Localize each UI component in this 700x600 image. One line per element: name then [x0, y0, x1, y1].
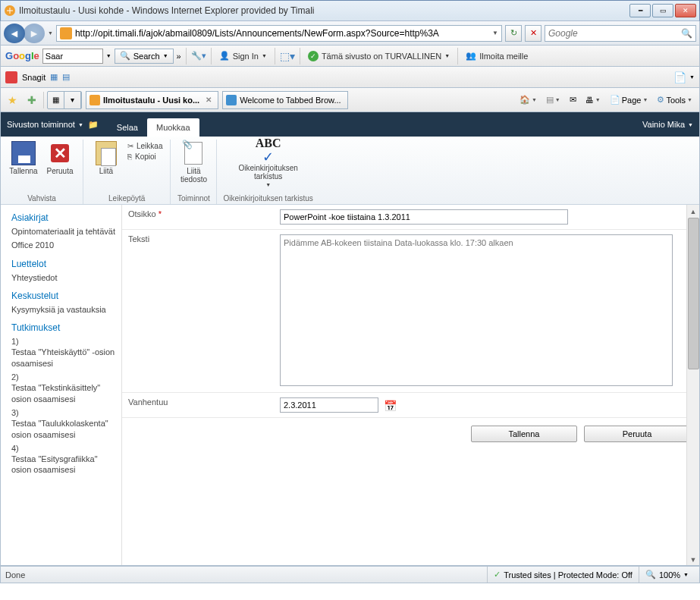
print-icon: 🖶: [585, 96, 594, 105]
ribbon-group-label: Oikeinkirjoituksen tarkistus: [223, 194, 312, 203]
command-bar: ★ ✚ ▦▾ Ilmoitustaulu - Uusi ko... ✕ Welc…: [0, 88, 700, 112]
search-icon[interactable]: 🔍: [681, 28, 692, 39]
field-label-expires: Vanhentuu: [122, 393, 274, 418]
left-nav: Asiakirjat Opintomateriaalit ja tehtävät…: [1, 205, 122, 566]
scrollbar[interactable]: ▲ ▼: [686, 205, 699, 566]
navigate-up-icon[interactable]: 📁: [88, 120, 99, 130]
scroll-thumb[interactable]: [688, 218, 699, 369]
tab-favicon-icon: [226, 95, 237, 105]
ribbon-save-button[interactable]: Tallenna: [7, 141, 40, 175]
nav-forward-button[interactable]: ►: [24, 24, 45, 43]
ribbon-cancel-button[interactable]: ✕ Peruuta: [43, 141, 77, 175]
tab-switcher[interactable]: ▦▾: [47, 91, 82, 109]
snagit-view1-icon[interactable]: ▦: [50, 72, 58, 82]
tab-edit[interactable]: Muokkaa: [147, 118, 199, 137]
ribbon-group-label: Toiminnot: [177, 194, 210, 203]
cancel-icon: ✕: [51, 144, 69, 162]
nav-history-dropdown[interactable]: ▼: [48, 30, 53, 36]
home-button[interactable]: 🏠▼: [516, 92, 541, 108]
stop-button[interactable]: ✕: [525, 25, 541, 42]
google-more-icon[interactable]: »: [177, 52, 181, 61]
google-input-dropdown[interactable]: ▼: [106, 53, 111, 58]
google-logo: Google: [5, 50, 39, 61]
leftnav-link[interactable]: Kysymyksiä ja vastauksia: [11, 304, 115, 315]
leftnav-link[interactable]: 3) Testaa "Taulukkolaskenta" osion osaam…: [11, 407, 115, 440]
site-actions-menu[interactable]: Sivuston toiminnot ▼: [7, 120, 83, 129]
tab-welcome[interactable]: Welcome to Tabbed Brow...: [222, 91, 348, 109]
leftnav-link[interactable]: 1) Testaa "Yhteiskäyttö" -osion osaamise…: [11, 336, 115, 369]
copy-icon: ⎘: [127, 152, 132, 161]
leftnav-heading-disc[interactable]: Keskustelut: [11, 291, 115, 301]
field-label-body: Teksti: [122, 230, 274, 393]
snagit-label: Snagit: [22, 73, 46, 82]
snagit-pdf-icon[interactable]: 📄: [673, 71, 686, 83]
google-share-icon[interactable]: ⬚▾: [280, 50, 295, 62]
print-button[interactable]: 🖶▼: [582, 92, 604, 108]
google-signin-button[interactable]: 👤 Sign In ▼: [216, 51, 270, 61]
ribbon-group-commit: Tallenna ✕ Peruuta Vahvista: [1, 140, 83, 204]
refresh-button[interactable]: ↻: [505, 25, 522, 42]
window-favicon-icon: [4, 5, 16, 17]
ribbon-copy-button[interactable]: ⎘Kopioi: [126, 152, 164, 162]
ribbon-group-clipboard: Liitä ✂Leikkaa ⎘Kopioi Leikepöytä: [83, 140, 171, 204]
body-textarea[interactable]: [280, 234, 673, 386]
snagit-view2-icon[interactable]: ▤: [62, 72, 70, 82]
page-icon: 📄: [610, 95, 620, 105]
ribbon-spelling-button[interactable]: ABC ✓ Oikeinkirjoituksen tarkistus ▼: [234, 141, 303, 187]
tab-browse[interactable]: Selaa: [108, 118, 147, 137]
ribbon-paste-button[interactable]: Liitä: [89, 141, 123, 175]
ribbon-cut-button[interactable]: ✂Leikkaa: [126, 141, 164, 151]
scroll-up-icon[interactable]: ▲: [687, 205, 699, 218]
tools-menu[interactable]: ⚙Tools▼: [653, 92, 696, 108]
window-close-button[interactable]: ✕: [675, 4, 696, 17]
leftnav-heading-surveys[interactable]: Tutkimukset: [11, 322, 115, 333]
scroll-down-icon[interactable]: ▼: [687, 553, 699, 566]
feeds-button[interactable]: ▤▼: [542, 92, 564, 108]
google-report-button[interactable]: 👥 Ilmoita meille: [463, 51, 531, 61]
save-button[interactable]: Tallenna: [471, 426, 577, 442]
user-menu[interactable]: Vainio Mika ▼: [642, 120, 693, 129]
window-maximize-button[interactable]: ▭: [652, 4, 673, 17]
leftnav-heading-docs[interactable]: Asiakirjat: [11, 212, 115, 223]
google-safe-indicator[interactable]: ✓ Tämä sivusto on TURVALLINEN ▼: [305, 51, 453, 61]
gear-icon: ⚙: [657, 95, 664, 105]
zoom-control[interactable]: 🔍 100% ▼: [639, 567, 695, 583]
window-minimize-button[interactable]: ━: [629, 4, 651, 17]
google-search-button[interactable]: 🔍 Search ▼: [115, 49, 174, 64]
google-wrench-icon[interactable]: 🔧▾: [191, 51, 206, 61]
expires-input[interactable]: [280, 397, 378, 413]
sharepoint-page: Sivuston toiminnot ▼ 📁 Selaa Muokkaa Vai…: [0, 112, 700, 566]
leftnav-link[interactable]: Opintomateriaalit ja tehtävät: [11, 226, 115, 237]
add-favorite-icon[interactable]: ✚: [24, 92, 40, 108]
tab-close-icon[interactable]: ✕: [206, 96, 212, 104]
leftnav-heading-lists[interactable]: Luettelot: [11, 259, 115, 269]
url-dropdown[interactable]: ▼: [492, 30, 498, 36]
title-input[interactable]: [280, 209, 568, 225]
favorites-star-icon[interactable]: ★: [4, 92, 20, 108]
browser-search-box[interactable]: 🔍: [545, 25, 696, 42]
browser-search-input[interactable]: [548, 28, 678, 39]
page-menu[interactable]: 📄Page▼: [606, 92, 652, 108]
check-icon: ✓: [308, 51, 319, 61]
nav-back-button[interactable]: ◄: [4, 24, 25, 43]
tab-ilmoitustaulu[interactable]: Ilmoitustaulu - Uusi ko... ✕: [86, 91, 218, 109]
leftnav-link[interactable]: Office 2010: [11, 240, 115, 250]
ribbon-group-label: Leikepöytä: [108, 194, 145, 203]
leftnav-link[interactable]: Yhteystiedot: [11, 272, 115, 283]
form-area: Otsikko * Teksti Vanhentuu 📅 Tallenna: [122, 205, 699, 566]
ribbon-attach-button[interactable]: Liitä tiedosto: [177, 141, 210, 184]
status-text: Done: [5, 570, 487, 580]
ribbon: Tallenna ✕ Peruuta Vahvista Liitä ✂Leikk…: [1, 137, 699, 205]
signin-icon: 👤: [219, 51, 230, 61]
leftnav-link[interactable]: 2) Testaa "Tekstinkäsittely" osion osaam…: [11, 372, 115, 404]
calendar-icon[interactable]: 📅: [384, 400, 396, 412]
leftnav-link[interactable]: 4) Testaa "Esitysgrafiikka" osion osaami…: [11, 443, 115, 476]
mail-button[interactable]: ✉: [566, 92, 580, 108]
cut-icon: ✂: [127, 142, 133, 150]
google-search-input[interactable]: [42, 49, 103, 64]
address-bar[interactable]: http://opit.timali.fi/ajok/abmail0809/Li…: [56, 25, 502, 42]
cancel-button[interactable]: Peruuta: [584, 426, 690, 442]
paste-icon: [96, 141, 117, 165]
required-indicator: *: [159, 209, 162, 218]
status-security[interactable]: ✓ Trusted sites | Protected Mode: Off: [487, 567, 639, 583]
